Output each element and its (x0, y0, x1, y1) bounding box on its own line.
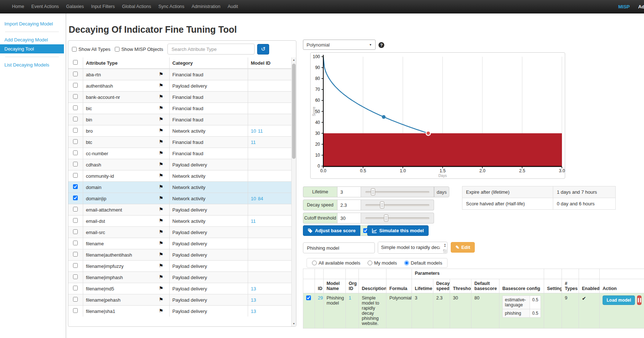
row-checkbox[interactable] (73, 94, 78, 99)
attribute-type-label: filename|authentihash (86, 252, 132, 258)
row-checkbox[interactable] (73, 241, 78, 245)
sidebar-item-add-decaying-model[interactable]: Add Decaying Model (0, 35, 64, 44)
slider-track-area-cutoff-threshold[interactable] (361, 213, 434, 224)
filter-option-default-models[interactable]: Default models (404, 260, 442, 266)
filter-radio-default-models[interactable] (404, 261, 409, 265)
row-checkbox[interactable] (73, 105, 78, 110)
row-checkbox[interactable] (73, 128, 78, 133)
sidebar-item-decaying-tool[interactable]: Decaying Tool (0, 44, 64, 53)
show-misp-objects-checkbox[interactable] (115, 47, 120, 52)
row-checkbox[interactable] (73, 117, 78, 121)
filter-radio-all-available-models[interactable] (312, 261, 317, 265)
show-all-types-checkbox[interactable] (72, 47, 77, 52)
empty-header-cell (346, 269, 359, 279)
row-checkbox[interactable] (73, 72, 78, 76)
slider-handle[interactable] (384, 214, 388, 222)
row-checkbox[interactable] (73, 83, 78, 88)
row-checkbox[interactable] (73, 308, 78, 313)
scroll-up-arrow[interactable]: ▲ (292, 57, 296, 63)
model-id-link[interactable]: 11 (258, 128, 263, 134)
misp-brand-link[interactable]: MISP (618, 0, 630, 13)
sidebar-item-import-decaying-model[interactable]: Import Decaying Model (0, 19, 64, 28)
flag-icon: ⚑ (159, 117, 163, 122)
formula-select[interactable]: Polynomial ▼ (303, 40, 376, 50)
slider-value-lifetime[interactable]: 3 (337, 186, 361, 197)
show-misp-objects-option[interactable]: Show MISP Objects (115, 47, 163, 52)
model-id-link[interactable]: 84 (258, 196, 263, 201)
adjust-base-score-button[interactable]: Adjust base score (303, 225, 360, 236)
slider-handle[interactable] (380, 201, 384, 209)
model-id-link[interactable]: 13 (251, 309, 256, 314)
row-checkbox[interactable] (73, 252, 78, 257)
row-checkbox[interactable] (73, 184, 78, 189)
attribute-table-scrollbar[interactable]: ▲ ▼ (291, 57, 296, 326)
refresh-button[interactable]: ↺ (257, 44, 269, 55)
edit-model-button[interactable]: ✎ Edit (451, 242, 475, 253)
slider-value-decay-speed[interactable]: 2.3 (337, 200, 361, 210)
nav-item-audit[interactable]: Audit (224, 0, 242, 13)
slider-handle[interactable] (371, 188, 375, 196)
pause-model-button[interactable] (637, 295, 641, 305)
row-checkbox[interactable] (73, 139, 78, 144)
row-checkbox[interactable] (73, 286, 78, 290)
row-checkbox[interactable] (73, 218, 78, 223)
row-checkbox[interactable] (73, 297, 78, 302)
org-id-cell-link[interactable]: 1 (349, 295, 351, 301)
nav-item-galaxies[interactable]: Galaxies (62, 0, 88, 13)
nav-user-link[interactable]: Ad (638, 0, 644, 13)
row-checkbox[interactable] (73, 173, 78, 178)
row-checkbox[interactable] (73, 229, 78, 234)
model-id-link[interactable]: 13 (251, 286, 256, 291)
sidebar-item-list-decaying-models[interactable]: List Decaying Models (0, 60, 64, 69)
row-select-cell (68, 182, 83, 193)
slider-value-cutoff-threshold[interactable]: 30 (337, 213, 361, 224)
model-id-link[interactable]: 11 (251, 140, 256, 145)
row-checkbox[interactable] (73, 196, 78, 200)
slider-track-area-lifetime[interactable] (361, 186, 434, 197)
spinner-arrows-icon[interactable]: ▲▼ (444, 243, 446, 248)
config-name: phishing (503, 309, 530, 318)
row-select-cell (68, 69, 83, 80)
filter-option-my-models[interactable]: My models (368, 260, 397, 266)
summary-row-expire: Expire after (lifetime) 1 days and 7 hou… (462, 186, 616, 198)
row-select-cell (68, 204, 83, 216)
row-checkbox[interactable] (73, 162, 78, 166)
scroll-down-arrow[interactable]: ▼ (292, 321, 296, 326)
model-row-checkbox[interactable] (306, 295, 311, 300)
nav-item-administration[interactable]: Administration (188, 0, 224, 13)
simulate-model-button[interactable]: Simulate this model (367, 225, 429, 236)
nav-item-input-filters[interactable]: Input Filters (88, 0, 118, 13)
model-id-link[interactable]: 10 (251, 196, 256, 201)
show-all-types-option[interactable]: Show All Types (72, 47, 110, 52)
model-description-field: Simple model to rapidly decay ▲▼ (378, 242, 447, 254)
filter-option-all-available-models[interactable]: All available models (312, 260, 360, 266)
search-attribute-input[interactable] (167, 44, 255, 55)
model-name-input[interactable] (303, 242, 375, 253)
model-description-textarea[interactable]: Simple model to rapidly decay (378, 242, 440, 253)
model-id-link[interactable]: 11 (251, 218, 256, 224)
model-id-cell-link[interactable]: 29 (318, 295, 323, 301)
slider-track-area-decay-speed[interactable] (361, 200, 434, 210)
model-id-link[interactable]: 10 (251, 128, 256, 134)
model-id-cell (248, 69, 291, 80)
model-select-cell (303, 293, 315, 329)
filter-radio-my-models[interactable] (368, 261, 372, 265)
nav-item-global-actions[interactable]: Global Actions (118, 0, 155, 13)
model-id-link[interactable]: 13 (251, 297, 256, 303)
load-model-button[interactable]: Load model (603, 295, 635, 305)
nav-item-sync-actions[interactable]: Sync Actions (155, 0, 188, 13)
row-checkbox[interactable] (73, 207, 78, 212)
decay-curve-chart[interactable]: 01020304050607080901000.00.51.01.52.02.5… (311, 53, 565, 178)
row-checkbox[interactable] (73, 150, 78, 155)
resize-grip-icon[interactable] (443, 249, 447, 253)
simulate-model-label: Simulate this model (379, 228, 424, 233)
row-checkbox[interactable] (73, 263, 78, 268)
select-all-checkbox[interactable] (73, 60, 78, 65)
row-select-cell (68, 80, 83, 92)
nav-item-home[interactable]: Home (8, 0, 28, 13)
nav-item-event-actions[interactable]: Event Actions (28, 0, 62, 13)
scrollbar-thumb[interactable] (292, 64, 296, 159)
score-halved-label: Score halved after (Half-life) (462, 198, 553, 210)
row-checkbox[interactable] (73, 274, 78, 279)
help-icon[interactable]: ? (378, 42, 384, 48)
